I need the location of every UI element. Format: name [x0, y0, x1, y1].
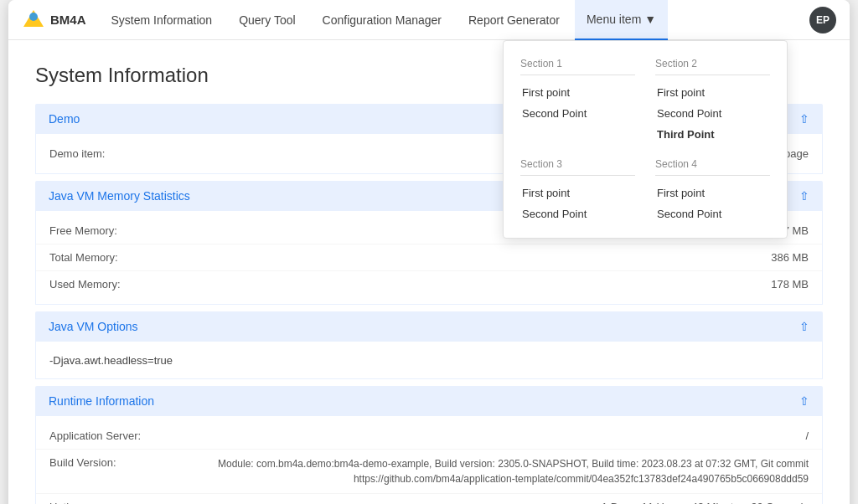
- dropdown-item-s3-2[interactable]: Second Point: [520, 203, 635, 224]
- jvm-options-section-label: Java VM Options: [49, 320, 138, 333]
- uptime-label: Uptime:: [49, 501, 217, 504]
- jvm-free-label: Free Memory:: [49, 224, 217, 237]
- menu-item-label: Menu item: [587, 13, 641, 26]
- runtime-section-header[interactable]: Runtime Information ⇧: [35, 386, 823, 416]
- section4-header: Section 4: [655, 158, 770, 176]
- app-server-value: /: [217, 429, 809, 442]
- section3-header: Section 3: [520, 158, 635, 176]
- nav-system-information[interactable]: System Information: [100, 0, 225, 40]
- dropdown-menu: Section 1 First point Second Point Secti…: [503, 40, 788, 239]
- dropdown-section-1: Section 1 First point Second Point: [510, 51, 645, 152]
- jvm-memory-row-2: Total Memory: 386 MB: [36, 244, 822, 271]
- runtime-row-2: Build Version: Module: com.bm4a.demo:bm4…: [36, 450, 822, 494]
- section2-header: Section 2: [655, 58, 770, 75]
- dropdown-section-3: Section 3 First point Second Point: [510, 152, 645, 231]
- dropdown-section-2: Section 2 First point Second Point Third…: [645, 51, 780, 152]
- jvm-memory-section-label: Java VM Memory Statistics: [49, 189, 190, 203]
- demo-label-1: Demo item:: [49, 147, 217, 160]
- jvm-total-value: 386 MB: [217, 251, 809, 264]
- logo-area: BM4A: [22, 8, 86, 32]
- dropdown-item-s1-2[interactable]: Second Point: [520, 103, 635, 124]
- dropdown-item-s4-1[interactable]: First point: [655, 183, 770, 203]
- runtime-section: Runtime Information ⇧ Application Server…: [35, 386, 823, 504]
- section1-header: Section 1: [520, 58, 635, 75]
- nav-menu-item[interactable]: Menu item ▼: [575, 0, 668, 40]
- dropdown-grid: Section 1 First point Second Point Secti…: [504, 51, 787, 231]
- jvm-total-label: Total Memory:: [49, 251, 217, 264]
- app-window: BM4A System Information Query Tool Confi…: [8, 0, 850, 504]
- dropdown-item-s1-1[interactable]: First point: [520, 82, 635, 103]
- jvm-memory-chevron-up: ⇧: [799, 189, 809, 203]
- avatar[interactable]: EP: [809, 7, 836, 33]
- navbar: BM4A System Information Query Tool Confi…: [8, 0, 850, 40]
- runtime-chevron-up: ⇧: [799, 394, 809, 408]
- jvm-options-text: -Djava.awt.headless=true: [49, 354, 173, 367]
- nav-configuration-manager[interactable]: Configuration Manager: [311, 0, 453, 40]
- svg-point-1: [29, 13, 38, 21]
- runtime-section-label: Runtime Information: [49, 394, 154, 408]
- jvm-options-section: Java VM Options ⇧ -Djava.awt.headless=tr…: [35, 311, 823, 379]
- chevron-down-icon: ▼: [644, 13, 656, 26]
- runtime-row-3: Uptime: 1 Days, 11 Hours, 43 Minutes, 29…: [36, 494, 822, 504]
- dropdown-item-s2-3[interactable]: Third Point: [655, 124, 770, 145]
- jvm-memory-row-3: Used Memory: 178 MB: [36, 271, 822, 297]
- app-server-label: Application Server:: [49, 429, 217, 442]
- logo-icon: [22, 8, 45, 32]
- dropdown-item-s3-1[interactable]: First point: [520, 183, 635, 203]
- uptime-value: 1 Days, 11 Hours, 43 Minutes, 29 Seconds: [217, 501, 809, 504]
- dropdown-item-s2-1[interactable]: First point: [655, 82, 770, 103]
- logo-text: BM4A: [50, 13, 86, 27]
- dropdown-section-4: Section 4 First point Second Point: [645, 152, 780, 231]
- dropdown-item-s2-2[interactable]: Second Point: [655, 103, 770, 124]
- dropdown-item-s4-2[interactable]: Second Point: [655, 203, 770, 224]
- jvm-options-chevron-up: ⇧: [799, 320, 809, 333]
- runtime-section-body: Application Server: / Build Version: Mod…: [35, 416, 823, 504]
- jvm-options-section-header[interactable]: Java VM Options ⇧: [35, 311, 823, 342]
- jvm-options-section-body: -Djava.awt.headless=true: [35, 342, 823, 379]
- runtime-row-1: Application Server: /: [36, 423, 822, 450]
- build-version-label: Build Version:: [49, 456, 217, 469]
- jvm-used-label: Used Memory:: [49, 278, 217, 291]
- build-version-value: Module: com.bm4a.demo:bm4a-demo-example,…: [217, 456, 809, 486]
- jvm-used-value: 178 MB: [217, 278, 809, 291]
- demo-chevron-up: ⇧: [799, 112, 809, 126]
- demo-section-label: Demo: [49, 112, 80, 126]
- nav-report-generator[interactable]: Report Generator: [457, 0, 571, 40]
- nav-query-tool[interactable]: Query Tool: [227, 0, 307, 40]
